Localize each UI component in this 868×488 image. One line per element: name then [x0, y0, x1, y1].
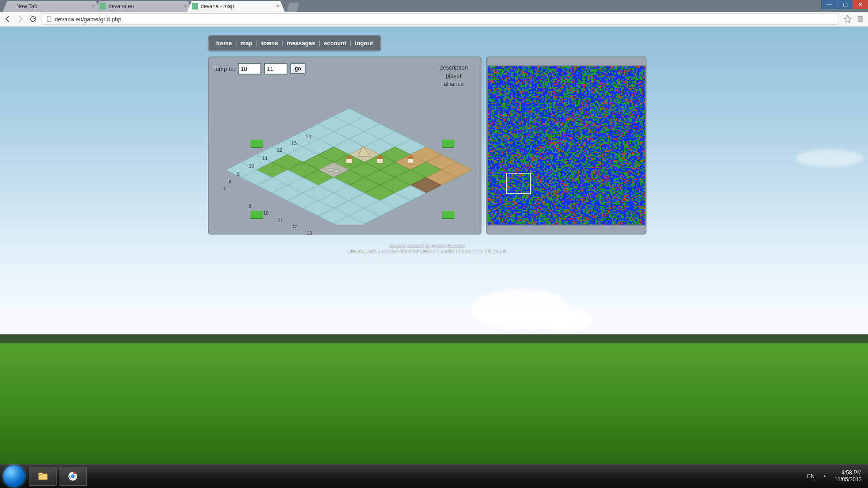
map-panel: jump to: go description player alliance	[208, 56, 481, 235]
minimap-panel	[486, 56, 646, 235]
minimap-viewport[interactable]	[506, 173, 531, 194]
coord-label: 12	[277, 147, 282, 153]
coord-label: 11	[262, 155, 268, 161]
taskbar-chrome[interactable]	[59, 467, 87, 486]
close-icon[interactable]: ×	[276, 3, 279, 9]
svg-rect-4	[346, 159, 352, 163]
svg-rect-2	[377, 159, 383, 163]
window-controls: — ▢ ✕	[821, 0, 868, 9]
coord-label: 12	[292, 224, 297, 229]
svg-rect-9	[38, 473, 43, 474]
footer-links: devanopedia | combat simulator | terms |…	[208, 248, 646, 253]
start-button[interactable]	[3, 465, 25, 488]
tray-lang[interactable]: EN	[807, 473, 815, 479]
page-viewport: home| map| towns| messages| account| log…	[0, 25, 868, 465]
tab-newtab[interactable]: New Tab ×	[3, 1, 100, 12]
nav-messages[interactable]: messages	[283, 38, 319, 48]
clock-time: 4:58 PM	[835, 469, 862, 476]
browser-toolbar: devana.eu/game/grid.php	[0, 12, 868, 27]
reload-button[interactable]	[29, 15, 37, 23]
tile-info: description player alliance	[439, 64, 468, 88]
maximize-button[interactable]: ▢	[837, 0, 853, 9]
tab-title: devana.eu	[108, 1, 134, 12]
tab-title: devana - map	[201, 1, 234, 12]
jump-go-button[interactable]: go	[290, 63, 305, 74]
footer-link-credits[interactable]: credits	[440, 248, 454, 253]
coord-label: 7	[223, 187, 226, 192]
close-icon[interactable]: ×	[91, 3, 95, 9]
coord-label: 13	[307, 230, 312, 236]
coord-label: 9	[249, 203, 251, 209]
system-tray: EN ▲ 4:58 PM 11/05/2013	[807, 469, 868, 483]
site-favicon	[99, 3, 106, 9]
tab-devana-map[interactable]: devana - map ×	[187, 1, 285, 12]
taskbar-explorer[interactable]	[29, 467, 57, 486]
tab-title: New Tab	[16, 1, 37, 12]
clock-date: 11/05/2013	[835, 476, 862, 483]
world-minimap[interactable]	[487, 66, 646, 225]
jump-y-input[interactable]	[264, 63, 288, 75]
footer-credit: devana created by Andrei Busuioc	[208, 243, 646, 248]
svg-point-7	[334, 169, 339, 173]
close-icon[interactable]: ×	[184, 3, 187, 9]
address-bar[interactable]: devana.eu/game/grid.php	[42, 13, 839, 25]
game-navbar: home| map| towns| messages| account| log…	[208, 35, 381, 51]
coord-label: 14	[306, 134, 311, 139]
chrome-menu-icon[interactable]	[856, 15, 864, 23]
coord-label: 11	[278, 217, 283, 222]
footer-link-combat-simulator[interactable]: combat simulator	[381, 248, 419, 253]
back-button[interactable]	[4, 15, 12, 23]
nav-account[interactable]: account	[320, 38, 350, 48]
tile-info-desc: description	[439, 64, 468, 72]
page-footer: devana created by Andrei Busuioc devanop…	[208, 243, 646, 253]
forward-button[interactable]	[16, 15, 24, 23]
svg-point-6	[328, 168, 334, 172]
tile-info-player: player	[439, 72, 468, 80]
tab-devana[interactable]: devana.eu ×	[95, 1, 193, 12]
nav-home[interactable]: home	[212, 38, 236, 48]
svg-point-11	[71, 474, 75, 479]
nav-towns[interactable]: towns	[258, 38, 282, 48]
page-icon	[46, 16, 52, 22]
tray-show-hidden-icon[interactable]: ▲	[823, 474, 826, 478]
windows-taskbar: EN ▲ 4:58 PM 11/05/2013	[0, 464, 868, 488]
site-favicon	[192, 3, 198, 9]
coord-label: 13	[291, 141, 297, 146]
svg-rect-0	[407, 159, 414, 163]
iso-map[interactable]	[217, 107, 481, 225]
coord-label: 9	[237, 171, 240, 177]
bookmark-star-icon[interactable]	[844, 15, 852, 23]
coord-label: 10	[263, 210, 269, 216]
nav-map[interactable]: map	[237, 38, 256, 48]
footer-link-admin-panel[interactable]: admin panel	[479, 248, 506, 253]
page-icon	[7, 3, 14, 9]
jump-x-input[interactable]	[238, 63, 261, 75]
browser-frame: New Tab × devana.eu × devana - map × — ▢…	[0, 0, 868, 25]
jump-to-bar: jump to: go	[214, 63, 306, 75]
close-window-button[interactable]: ✕	[853, 0, 868, 9]
coord-label: 10	[249, 163, 254, 169]
tile-info-alliance: alliance	[439, 80, 468, 88]
coord-label: 8	[229, 179, 231, 184]
tab-strip: New Tab × devana.eu × devana - map × — ▢…	[0, 0, 868, 12]
minimize-button[interactable]: —	[821, 0, 837, 9]
jump-label: jump to:	[214, 66, 235, 72]
new-tab-button[interactable]	[287, 3, 299, 12]
tray-clock[interactable]: 4:58 PM 11/05/2013	[835, 469, 862, 483]
footer-link-devanopedia[interactable]: devanopedia	[349, 248, 377, 253]
footer-link-terms[interactable]: terms	[423, 248, 436, 253]
footer-link-contact[interactable]: contact	[458, 248, 474, 253]
url-text: devana.eu/game/grid.php	[55, 16, 121, 23]
nav-logout[interactable]: logout	[351, 38, 377, 48]
